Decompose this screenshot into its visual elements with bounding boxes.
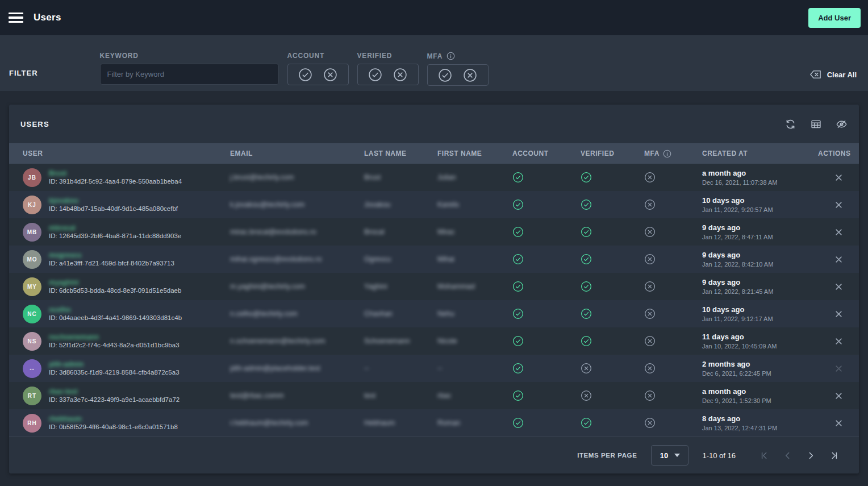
page-range-label: 1-10 of 16 (702, 451, 736, 460)
user-id: ID: 337a3e7c-4223-49f9-a9e1-acaebbfd7a72 (49, 396, 180, 403)
column-header-mfa[interactable]: MFA (644, 149, 702, 158)
created-date: Jan 11, 2022, 9:20:57 AM (702, 206, 773, 213)
user-display-name[interactable]: ncelho (49, 306, 71, 313)
verified-status (581, 363, 644, 374)
x-circle-icon (644, 363, 656, 374)
check-circle-icon[interactable] (298, 68, 312, 82)
column-header-account[interactable]: ACCOUNT (512, 149, 581, 157)
menu-icon[interactable] (9, 13, 23, 23)
x-circle-icon (644, 335, 656, 347)
user-first-name: Mohammad (437, 283, 475, 290)
x-circle-icon[interactable] (393, 68, 407, 82)
delete-user-button[interactable] (834, 228, 843, 236)
user-last-name: test (364, 392, 375, 400)
keyword-filter-input[interactable] (100, 64, 279, 85)
mfa-status (644, 363, 702, 374)
column-header-email[interactable]: EMAIL (230, 149, 364, 157)
user-display-name[interactable]: rhebhaum (49, 416, 82, 422)
items-per-page-select[interactable]: 10 (651, 445, 688, 466)
account-status (512, 308, 581, 319)
verified-filter-toggle (357, 64, 419, 85)
add-user-button[interactable]: Add User (808, 8, 861, 28)
user-display-name[interactable]: kjovakou (49, 197, 78, 204)
table-row: JB Brust ID: 391b4d2f-5c92-4aa4-879e-550… (9, 164, 859, 191)
user-last-name: Jovakou (364, 201, 391, 209)
account-status (512, 172, 581, 183)
user-id: ID: a41e3fff-7d21-459d-bfcf-8402b7a93713 (49, 260, 174, 267)
x-circle-icon[interactable] (323, 68, 337, 82)
info-icon[interactable] (446, 52, 455, 60)
user-id: ID: 0b58f529-4ff6-40a8-98c1-e6c0a01571b8 (49, 423, 178, 430)
user-first-name: rbac (437, 392, 451, 400)
user-display-name[interactable]: mbrocal (49, 225, 76, 231)
close-icon (834, 337, 843, 346)
created-relative: 8 days ago (702, 414, 777, 423)
created-date: Jan 12, 2022, 8:47:11 AM (702, 234, 773, 240)
delete-user-button[interactable] (834, 392, 843, 400)
table-row: KJ kjovakou ID: 14b48bd7-15ab-40df-9d1c-… (9, 191, 859, 218)
user-display-name[interactable]: myaghini (49, 279, 79, 286)
x-circle-icon (644, 172, 656, 183)
user-last-name: -- (364, 364, 369, 372)
column-header-first-name[interactable]: FIRST NAME (437, 149, 512, 157)
check-circle-icon[interactable] (438, 68, 452, 82)
refresh-icon[interactable] (784, 118, 796, 130)
table-header-row: USER EMAIL LAST NAME FIRST NAME ACCOUNT … (9, 143, 859, 164)
check-circle-icon (512, 199, 524, 210)
user-email: test@rbac.comm (230, 392, 284, 400)
delete-user-button[interactable] (834, 337, 843, 346)
table-columns-icon[interactable] (810, 118, 822, 130)
delete-user-button[interactable] (834, 419, 843, 427)
close-icon (834, 255, 843, 264)
delete-user-button[interactable] (834, 173, 843, 182)
created-date: Dec 9, 2021, 1:52:30 PM (702, 397, 771, 404)
created-relative: 10 days ago (702, 305, 773, 314)
check-circle-icon (581, 281, 592, 292)
next-page-button[interactable] (805, 450, 817, 462)
user-display-name[interactable]: plth-admin (49, 361, 84, 368)
created-date: Dec 16, 2021, 11:07:38 AM (702, 179, 778, 186)
last-page-button[interactable] (828, 450, 840, 462)
created-date: Jan 11, 2022, 9:12:17 AM (702, 315, 773, 322)
column-header-last-name[interactable]: LAST NAME (364, 149, 437, 157)
first-page-button[interactable] (758, 450, 770, 462)
check-circle-icon[interactable] (368, 68, 382, 82)
first-page-icon (760, 451, 769, 460)
delete-user-button[interactable] (834, 283, 843, 291)
x-circle-icon (644, 199, 656, 210)
x-circle-icon (644, 390, 656, 401)
delete-user-button[interactable] (834, 364, 843, 373)
close-icon (834, 310, 843, 318)
mfa-status (644, 308, 702, 319)
x-circle-icon[interactable] (463, 68, 477, 82)
mfa-status (644, 335, 702, 347)
avatar: RT (23, 387, 41, 405)
user-display-name[interactable]: nschoenemann (49, 334, 99, 340)
user-id: ID: 3d86035c-f1d9-4219-8584-cfb4a872c5a3 (49, 369, 180, 376)
close-icon (834, 228, 843, 236)
top-app-bar: Users Add User (0, 0, 868, 35)
delete-user-button[interactable] (834, 201, 843, 209)
close-icon (834, 419, 843, 427)
delete-user-button[interactable] (834, 255, 843, 264)
keyword-label: KEYWORD (100, 52, 279, 60)
info-icon[interactable] (663, 149, 671, 158)
user-email: r.hebhaum@techirly.com (230, 419, 308, 427)
user-display-name[interactable]: Brust (49, 170, 66, 177)
column-header-verified[interactable]: VERIFIED (581, 149, 644, 157)
previous-page-button[interactable] (782, 450, 794, 462)
created-date: Jan 10, 2022, 10:45:09 AM (702, 343, 777, 350)
column-header-user[interactable]: USER (9, 149, 230, 157)
user-email: m.yaghini@techirly.com (230, 283, 305, 290)
column-header-created-at[interactable]: CREATED AT (702, 149, 818, 157)
avatar-initials: -- (30, 365, 35, 372)
user-display-name[interactable]: mogrescu (49, 252, 81, 259)
user-display-name[interactable]: rbac-test (49, 388, 78, 395)
created-relative: 2 months ago (702, 360, 771, 368)
avatar-initials: NC (27, 311, 36, 317)
delete-user-button[interactable] (834, 310, 843, 318)
clear-all-button[interactable]: Clear All (809, 68, 857, 81)
eye-off-icon[interactable] (836, 118, 848, 130)
user-id: ID: 391b4d2f-5c92-4aa4-879e-550aab1beba4 (49, 178, 182, 185)
verified-status (581, 308, 644, 319)
